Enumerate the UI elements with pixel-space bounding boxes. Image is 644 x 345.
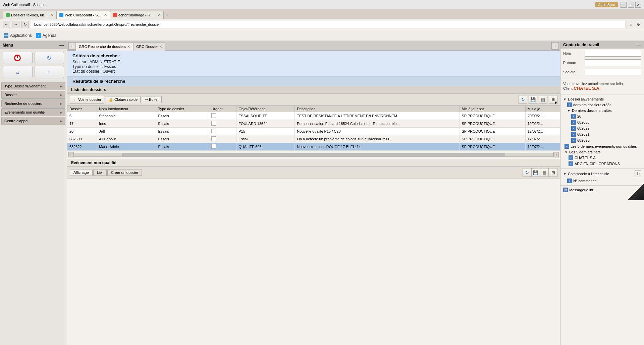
sidebar-item-recherche[interactable]: Recherche de dossiers ▶ (1, 99, 65, 108)
bottom-save-button[interactable]: 💾 (531, 168, 540, 177)
tab3-close-icon[interactable]: ✕ (158, 13, 161, 17)
tree-derniers-traites-toggle[interactable]: ▼ Derniers dossiers traités (560, 108, 644, 113)
dossiers-list-header: Liste des dossiers (67, 86, 560, 94)
settings-icon[interactable]: ⚙ (635, 21, 641, 27)
home-icon: ⌂ (16, 69, 19, 75)
bottom-tabs: Affichage Lier Créer un dossier (70, 169, 142, 176)
cell-nom: Jeff (97, 128, 156, 135)
sidebar-item-evenements[interactable]: Evènements non qualifié ▶ (1, 108, 65, 116)
scroll-right-button[interactable]: → (553, 152, 559, 157)
tab-grc-dossier-close-icon[interactable]: ✕ (159, 45, 162, 49)
forward-nav-button[interactable]: → (12, 21, 19, 28)
address-input[interactable] (31, 21, 626, 28)
bookmark-icon[interactable]: ☆ (628, 21, 634, 27)
table-row[interactable]: 682622 Marie-Adèle Essais QUALITE 695 No… (67, 143, 560, 151)
tab-grc-recherche[interactable]: GRC Recherche de dossiers ✕ (76, 43, 133, 51)
urgent-checkbox[interactable] (211, 113, 216, 118)
tree-numero-commande[interactable]: ≡ N° commande (560, 178, 644, 184)
col-nom: Nom Interlocuteur (97, 106, 156, 112)
tab-prev-button[interactable]: ← (68, 42, 76, 50)
sidebar-item-dossier[interactable]: Dossier ▶ (1, 91, 65, 99)
tree-messagerie[interactable]: ✉ Messagerie int... (560, 187, 644, 193)
minimize-button[interactable]: — (621, 2, 627, 8)
agenda-item[interactable]: 7 Agenda (36, 33, 56, 38)
urgent-checkbox[interactable] (211, 129, 216, 133)
tree-traites-item[interactable]: ≡20 (560, 113, 644, 119)
tab-creer-dossier[interactable]: Créer un dossier (107, 169, 142, 176)
societe-input[interactable] (585, 69, 641, 75)
tree-icon-evenements: ≡ (565, 144, 569, 149)
table-row[interactable]: 20 Jeff Essais P15 Nouvelle qualité P15 … (67, 128, 560, 135)
address-icons: ☆ ⚙ (628, 21, 641, 27)
divider-2 (560, 94, 644, 94)
urgent-checkbox[interactable] (211, 136, 216, 141)
back-button[interactable]: ← (35, 66, 64, 78)
tree-traites-item[interactable]: ≡682608 (560, 119, 644, 125)
cloture-rapide-button[interactable]: 🔒 Cloture rapide (106, 96, 141, 103)
cell-urgent (209, 143, 236, 151)
nom-input[interactable] (585, 50, 641, 57)
table-row[interactable]: 682608 Ali Babour Essais Essai On a déte… (67, 135, 560, 143)
tree-commande[interactable]: ▼ Commande à l'état saisie ↻ (560, 170, 644, 178)
close-button[interactable]: ✕ (635, 2, 641, 8)
tab-affichage[interactable]: Affichage (70, 169, 93, 176)
browser-tab-1[interactable]: Dossiers textiles, une sol ✕ (3, 11, 56, 19)
applications-item[interactable]: Applications (3, 33, 32, 38)
tree-dossiers-evenements[interactable]: ▼ Dossiers/Evènements (560, 96, 644, 102)
tree-derniers-tiers-toggle[interactable]: ▼ Les 5 derniers tiers (560, 149, 644, 155)
cell-type: Essais (156, 112, 209, 120)
table-row[interactable]: 6 Stéphanie Essais ESSAI SOLIDITE TEST D… (67, 112, 560, 120)
urgent-checkbox[interactable] (211, 121, 216, 126)
sidebar-item-centre[interactable]: Centre d'appel ▶ (1, 117, 65, 125)
tree-traites-item[interactable]: ≡682621 (560, 131, 644, 137)
tree-tiers-item[interactable]: ≡ARC EN CIEL CREATIONS (560, 161, 644, 167)
bottom-columns-button[interactable]: ▤ (540, 168, 549, 177)
table-row[interactable]: 17 Inès Essais FOULARD 18524 Personnalis… (67, 120, 560, 128)
tree-traites-item[interactable]: ≡682620 (560, 137, 644, 143)
tab-lier[interactable]: Lier (93, 169, 107, 176)
new-tab-button[interactable]: + (164, 12, 170, 19)
browser-tab-2[interactable]: Web Collaboratif - Scha... ✕ (56, 11, 110, 19)
save-button[interactable]: 💾 (529, 95, 537, 104)
export-arrow-icon: ▶ (555, 101, 557, 104)
commande-refresh-icon[interactable]: ↻ (635, 170, 641, 177)
sidebar-item-type-dossier[interactable]: Type Dossier/Evènement ▶ (1, 82, 65, 90)
tree-evenements-non-qualifies[interactable]: ≡ Les 5 derniers évènements non qualifié… (560, 143, 644, 149)
power-button[interactable] (3, 52, 33, 64)
voir-dossier-button[interactable]: ← Voir le dossier (70, 96, 104, 104)
tree-icon-traites-item: ≡ (571, 126, 576, 131)
bottom-refresh-button[interactable]: ↻ (523, 168, 531, 177)
sidebar-collapse-button[interactable]: — (59, 43, 64, 48)
chevron-right-icon: ▶ (60, 84, 62, 88)
tab-next-button[interactable]: → (551, 42, 559, 50)
columns-button[interactable]: ▤ (539, 95, 547, 104)
right-panel-collapse-button[interactable]: — (637, 43, 641, 47)
form-row-nom: Nom (560, 49, 644, 58)
tab1-close-icon[interactable]: ✕ (50, 13, 53, 17)
browser-tab-3[interactable]: échantillonnage - Reche... ✕ (110, 11, 164, 19)
tab-grc-dossier[interactable]: GRC Dossier ✕ (133, 43, 165, 51)
scroll-left-button[interactable]: ← (68, 152, 74, 157)
tab-grc-recherche-close-icon[interactable]: ✕ (127, 45, 130, 49)
tree-traites-item[interactable]: ≡682622 (560, 125, 644, 131)
reload-nav-button[interactable]: ↻ (21, 21, 29, 28)
refresh-list-button[interactable]: ↻ (519, 95, 527, 104)
bottom-export-button[interactable]: ⊞ (549, 168, 557, 177)
maximize-button[interactable]: □ (628, 2, 634, 8)
urgent-checkbox[interactable] (211, 144, 216, 149)
tab2-close-icon[interactable]: ✕ (104, 13, 107, 17)
back-nav-button[interactable]: ← (3, 21, 10, 28)
cell-objet: ESSAI SOLIDITE (236, 112, 295, 120)
search-type-dossier-line: Type de dossier : Essais (72, 64, 555, 69)
editer-button[interactable]: ✏ Editer (142, 96, 162, 103)
export-button[interactable]: ⊞ ▶ (549, 95, 557, 104)
tree-tiers-item[interactable]: ≡CHATEL S.A. (560, 155, 644, 161)
refresh-button[interactable]: ↻ (35, 52, 64, 64)
prenom-input[interactable] (585, 59, 641, 66)
tree-derniers-crees[interactable]: ≡ derniers dossiers créés (560, 102, 644, 108)
horizontal-scrollbar[interactable] (74, 153, 553, 157)
tree-icon-traites-item: ≡ (571, 114, 576, 119)
secteur-value-text: ADMINISTRATIF (90, 60, 120, 64)
prenom-label: Prénom (563, 61, 583, 65)
home-button[interactable]: ⌂ (3, 66, 33, 78)
